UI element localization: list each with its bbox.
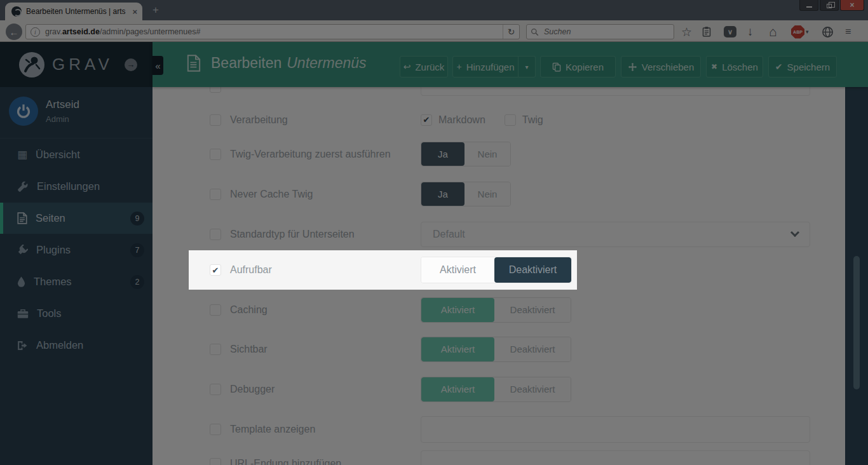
- checkbox[interactable]: [210, 229, 221, 240]
- window-close-button[interactable]: ×: [840, 0, 864, 11]
- sidebar-logo-area: GRAV →: [0, 42, 153, 87]
- site-info-icon[interactable]: i: [31, 27, 40, 37]
- grid-icon: ▦: [17, 148, 27, 161]
- page-icon: [187, 55, 201, 72]
- sidebar-item-abmelden[interactable]: Abmelden: [0, 330, 153, 361]
- bookmark-star-icon[interactable]: ☆: [681, 25, 692, 39]
- checkbox[interactable]: [210, 114, 221, 126]
- title-italic: Untermenüs: [287, 55, 366, 72]
- toggle-option-deaktiviert[interactable]: Deaktiviert: [494, 377, 571, 401]
- new-tab-button[interactable]: +: [153, 4, 159, 17]
- text-input[interactable]: [421, 450, 810, 465]
- verschieben-button[interactable]: Verschieben: [621, 56, 701, 78]
- sidebar: Artseid Admin ▦ Übersicht Einstellungen …: [0, 42, 153, 465]
- toggle-option-deaktiviert[interactable]: Deaktiviert: [494, 337, 571, 361]
- select-value: Default: [433, 229, 465, 240]
- form-row-caching: Caching Aktiviert Deaktiviert: [153, 290, 845, 330]
- adblock-icon[interactable]: ABP ▾: [791, 25, 809, 39]
- select-standardtyp[interactable]: Default: [421, 222, 810, 247]
- checkbox-label: Markdown: [438, 114, 485, 126]
- sidebar-item-plugins[interactable]: Plugins 7: [0, 234, 153, 266]
- reload-icon[interactable]: ↻: [503, 25, 519, 39]
- toggle-option-deaktiviert[interactable]: Deaktiviert: [494, 298, 571, 322]
- sidebar-item-tools[interactable]: Tools: [0, 298, 153, 329]
- checkbox[interactable]: [210, 424, 221, 435]
- checkbox-label: Twig: [522, 114, 543, 126]
- downloads-icon[interactable]: ↓: [747, 25, 754, 39]
- form-row-never-cache-twig: Never Cache Twig Ja Nein: [153, 174, 845, 214]
- checkbox[interactable]: [210, 189, 221, 200]
- field-label: Debugger: [230, 384, 421, 395]
- toggle-option-ja[interactable]: Ja: [421, 142, 465, 166]
- sidebar-item-themes[interactable]: Themes 2: [0, 266, 153, 297]
- badge-seiten: 9: [130, 212, 144, 226]
- window-titlebar: Bearbeiten Untermenüs | arts × + ×: [0, 0, 868, 20]
- grav-wordmark: GRAV: [52, 55, 113, 74]
- grav-logo-icon: [19, 52, 44, 78]
- screen: Bearbeiten Untermenüs | arts × + × ← i g…: [0, 0, 868, 465]
- window-minimize-button[interactable]: [799, 0, 818, 11]
- toggle-option-nein[interactable]: Nein: [465, 142, 510, 166]
- sidebar-item-uebersicht[interactable]: ▦ Übersicht: [0, 139, 153, 170]
- toggle-option-nein[interactable]: Nein: [465, 182, 510, 206]
- zurueck-button[interactable]: ↩ Zurück: [400, 56, 448, 78]
- hinzufuegen-button[interactable]: + Hinzufügen: [452, 56, 519, 78]
- url-path: /admin/pages/untermenues#: [100, 27, 200, 36]
- pages-icon: [17, 212, 27, 224]
- toggle-group: Aktiviert Deaktiviert: [421, 257, 572, 283]
- form-row-sichtbar: Sichtbar Aktiviert Deaktiviert: [153, 329, 845, 369]
- browser-tab[interactable]: Bearbeiten Untermenüs | arts ×: [5, 3, 142, 20]
- hinzufuegen-caret-button[interactable]: ▾: [519, 56, 536, 78]
- move-icon: [628, 62, 637, 72]
- checkbox[interactable]: [210, 344, 221, 355]
- toggle-option-aktiviert[interactable]: Aktiviert: [421, 257, 494, 283]
- toggle-option-aktiviert[interactable]: Aktiviert: [421, 298, 494, 322]
- checkbox[interactable]: [210, 149, 221, 160]
- checkmark-icon: ✔: [212, 266, 219, 275]
- search-bar[interactable]: [526, 24, 674, 39]
- field-label: Sichtbar: [230, 344, 421, 355]
- toggle-option-deaktiviert[interactable]: Deaktiviert: [494, 257, 571, 283]
- checkbox-twig[interactable]: [505, 114, 516, 126]
- sidebar-collapse-button[interactable]: «: [153, 56, 163, 75]
- kopieren-button[interactable]: Kopieren: [540, 56, 616, 78]
- text-input[interactable]: [421, 416, 810, 443]
- minimize-icon: [806, 6, 812, 8]
- sidebar-item-einstellungen[interactable]: Einstellungen: [0, 171, 153, 202]
- checkbox[interactable]: [210, 304, 221, 316]
- scrollbar-thumb[interactable]: [853, 256, 860, 389]
- logo-arrow-icon[interactable]: →: [125, 58, 137, 71]
- form-row-debugger: Debugger Aktiviert Deaktiviert: [153, 369, 845, 409]
- tab-close-icon[interactable]: ×: [132, 7, 137, 17]
- menu-icon[interactable]: ≡: [845, 25, 851, 39]
- caret-down-icon: ▾: [525, 64, 528, 71]
- form-row-twig-zuerst: Twig-Verarbeitung zuerst ausführen Ja Ne…: [153, 134, 845, 174]
- sidebar-item-seiten[interactable]: Seiten 9: [0, 203, 153, 234]
- checkbox-markdown[interactable]: ✔: [421, 114, 432, 126]
- form-row-url-endung: URL-Endung hinzufügen: [153, 443, 845, 465]
- power-icon: [15, 103, 32, 119]
- toggle-option-ja[interactable]: Ja: [421, 182, 465, 206]
- url-bar[interactable]: i grav.artseid.de/admin/pages/untermenue…: [25, 24, 520, 39]
- field-label: URL-Endung hinzufügen: [230, 458, 421, 465]
- checkbox[interactable]: [210, 384, 221, 395]
- home-icon[interactable]: ⌂: [769, 25, 777, 39]
- user-name: Artseid: [46, 98, 79, 111]
- back-button[interactable]: ←: [6, 24, 22, 40]
- checkbox[interactable]: [210, 458, 221, 465]
- clipboard-icon[interactable]: [702, 25, 712, 39]
- grav-favicon-icon: [11, 6, 22, 17]
- sidebar-divider: [0, 138, 153, 138]
- loeschen-button[interactable]: ✖ Löschen: [706, 56, 763, 78]
- toggle-option-aktiviert[interactable]: Aktiviert: [421, 377, 494, 401]
- wrench-icon: [17, 181, 29, 192]
- checkbox-aufrufbar[interactable]: ✔: [210, 264, 221, 276]
- speichern-button[interactable]: ✔ Speichern: [768, 56, 837, 78]
- toggle-option-aktiviert[interactable]: Aktiviert: [421, 337, 494, 361]
- globe-icon[interactable]: [822, 25, 834, 39]
- window-restore-button[interactable]: [820, 0, 839, 11]
- pocket-icon[interactable]: ∨: [724, 25, 736, 39]
- avatar: [9, 97, 38, 126]
- search-input[interactable]: [543, 27, 670, 37]
- badge-plugins: 7: [130, 243, 144, 257]
